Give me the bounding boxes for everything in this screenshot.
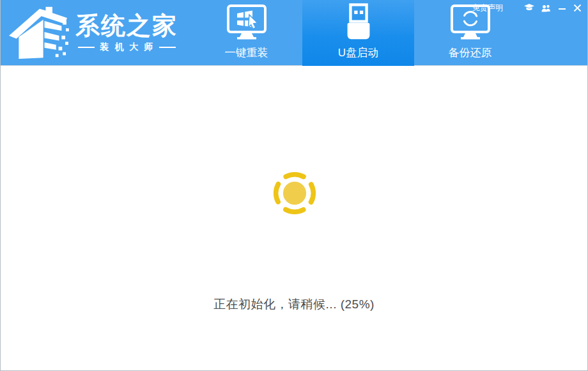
- titlebar-controls: 免责声明: [472, 3, 582, 13]
- app-subtitle: 装机大师: [78, 42, 176, 53]
- disclaimer-link[interactable]: 免责声明: [472, 3, 503, 13]
- close-icon[interactable]: [573, 3, 582, 13]
- app-window: 系统之家 装机大师: [0, 0, 588, 371]
- app-title: 系统之家: [75, 12, 178, 40]
- minimize-icon[interactable]: [558, 3, 566, 13]
- tab-usb-boot[interactable]: U盘启动: [302, 0, 414, 66]
- app-logo: 系统之家 装机大师: [8, 4, 178, 60]
- spinner-center-dot: [283, 182, 306, 205]
- subtitle-dash-right: [159, 47, 176, 48]
- monitor-windows-icon: [226, 3, 267, 42]
- service-cap-icon[interactable]: [524, 3, 534, 13]
- tab-label-backup-restore: 备份还原: [449, 45, 492, 60]
- loading-spinner: [267, 166, 322, 223]
- house-pixel-logo-icon: [8, 4, 69, 60]
- user-group-icon[interactable]: [541, 3, 551, 13]
- logo-text: 系统之家 装机大师: [75, 12, 178, 53]
- tab-label-usb-boot: U盘启动: [338, 45, 378, 60]
- status-text: 正在初始化，请稍候... (25%): [1, 296, 587, 313]
- tab-label-onekey-reinstall: 一键重装: [225, 45, 268, 60]
- app-header: 系统之家 装机大师: [0, 0, 588, 66]
- tab-onekey-reinstall[interactable]: 一键重装: [190, 0, 302, 66]
- app-subtitle-text: 装机大师: [100, 42, 159, 53]
- usb-drive-icon: [344, 3, 373, 42]
- subtitle-dash-left: [78, 47, 95, 48]
- content-area: 正在初始化，请稍候... (25%): [1, 66, 587, 370]
